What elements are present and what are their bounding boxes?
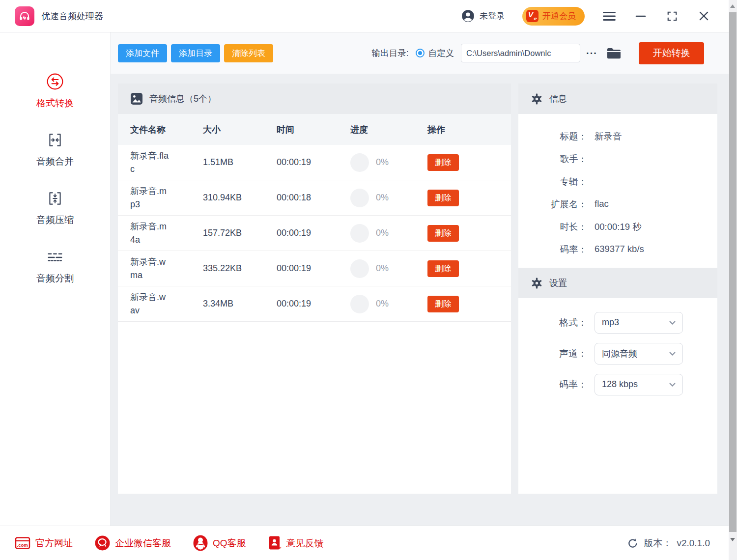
sidebar-item-audio-compress[interactable]: 音频压缩: [0, 190, 110, 226]
info-field: 码率： 639377 kb/s: [518, 238, 717, 260]
chevron-down-icon: [669, 352, 676, 356]
qq-service-link[interactable]: QQ客服: [193, 535, 246, 551]
vertical-scrollbar[interactable]: [729, 0, 737, 560]
file-name: 新录音.wav: [130, 291, 170, 316]
col-file-name: 文件名称: [118, 124, 203, 136]
maximize-icon[interactable]: [665, 9, 679, 23]
audio-split-icon: [46, 248, 64, 266]
vip-icon-v: V: [528, 11, 533, 18]
right-panel: 信息 标题： 新录音 歌手： 专辑： 扩展名： flac: [518, 84, 717, 494]
sidebar-item-label: 格式转换: [36, 97, 74, 110]
settings-field: 码率： 128 kbps: [518, 369, 717, 400]
delete-button[interactable]: 删除: [427, 225, 459, 242]
scrollbar-thumb[interactable]: [729, 12, 737, 532]
gear-icon: [531, 277, 543, 289]
field-label: 码率：: [518, 378, 587, 391]
sidebar-item-audio-merge[interactable]: 音频合并: [0, 131, 110, 168]
add-directory-button[interactable]: 添加目录: [171, 44, 220, 62]
col-progress: 进度: [350, 124, 427, 136]
delete-button[interactable]: 删除: [427, 260, 459, 277]
field-label: 标题：: [518, 130, 587, 142]
scroll-up-icon[interactable]: [730, 4, 735, 8]
file-size: 1.51MB: [203, 157, 277, 168]
chevron-down-icon: [669, 321, 676, 325]
file-size: 310.94KB: [203, 193, 277, 203]
field-label: 时长：: [518, 221, 587, 233]
wechat-icon: [95, 535, 110, 551]
start-convert-button[interactable]: 开始转换: [639, 42, 704, 64]
minimize-icon[interactable]: [634, 9, 648, 23]
file-time: 00:00:19: [277, 157, 350, 168]
select-value: 同源音频: [602, 348, 637, 360]
info-header: 信息: [518, 84, 717, 114]
svg-text:.com: .com: [17, 542, 28, 548]
file-size: 3.34MB: [203, 299, 277, 309]
add-file-button[interactable]: 添加文件: [118, 44, 167, 62]
titlebar: 优速音频处理器 未登录 V IP 开通会员: [0, 0, 737, 32]
info-field: 扩展名： flac: [518, 193, 717, 215]
clear-list-button[interactable]: 清除列表: [224, 44, 273, 62]
menu-icon[interactable]: [602, 9, 616, 23]
info-body: 标题： 新录音 歌手： 专辑： 扩展名： flac 时长： 00:00:: [518, 114, 717, 268]
footer-link-label: 企业微信客服: [115, 537, 171, 550]
vip-label: 开通会员: [542, 10, 576, 22]
version-label: 版本：: [644, 537, 672, 550]
table-row: 新录音.wav 3.34MB 00:00:19 0% 删除: [118, 286, 511, 322]
user-account[interactable]: 未登录: [461, 9, 505, 23]
refresh-icon[interactable]: [627, 537, 639, 549]
app-logo-icon: [15, 6, 34, 26]
vip-button[interactable]: V IP 开通会员: [522, 7, 585, 26]
footer-link-label: 意见反馈: [286, 537, 324, 550]
settings-title: 设置: [549, 277, 567, 289]
field-value: flac: [595, 198, 609, 209]
progress-text: 0%: [376, 193, 389, 203]
table-row: 新录音.mp3 310.94KB 00:00:18 0% 删除: [118, 180, 511, 216]
col-size: 大小: [203, 124, 277, 136]
wechat-service-link[interactable]: 企业微信客服: [95, 535, 171, 551]
footer-link-label: QQ客服: [213, 537, 246, 550]
titlebar-right: 未登录 V IP 开通会员: [461, 7, 710, 26]
table-row: 新录音.m4a 157.72KB 00:00:19 0% 删除: [118, 216, 511, 251]
select-value: mp3: [602, 317, 619, 328]
output-directory-label: 输出目录:: [372, 47, 409, 59]
progress-text: 0%: [376, 228, 389, 238]
folder-icon[interactable]: [606, 47, 622, 60]
footer-link-label: 官方网址: [35, 537, 73, 550]
channel-select[interactable]: 同源音频: [595, 343, 683, 364]
feedback-icon: [268, 535, 282, 551]
sidebar-item-format-convert[interactable]: 格式转换: [0, 73, 110, 110]
delete-button[interactable]: 删除: [427, 154, 459, 171]
sidebar: 格式转换 音频合并 音频压缩: [0, 32, 111, 526]
field-label: 扩展名：: [518, 198, 587, 210]
progress-text: 0%: [376, 263, 389, 274]
scroll-down-icon[interactable]: [730, 538, 735, 541]
output-path-input[interactable]: [461, 44, 580, 62]
custom-radio[interactable]: [416, 49, 425, 57]
progress-circle: [350, 224, 369, 243]
audio-compress-icon: [46, 190, 64, 207]
file-name: 新录音.flac: [130, 149, 170, 175]
bitrate-select[interactable]: 128 kbps: [595, 374, 683, 395]
website-icon: .com: [15, 536, 30, 550]
audio-list-panel: 音频信息（5个） 文件名称 大小 时间 进度 操作 新录音.flac 1.51M…: [118, 84, 511, 494]
close-icon[interactable]: [697, 9, 710, 23]
file-name: 新录音.m4a: [130, 220, 170, 246]
info-field: 歌手：: [518, 147, 717, 170]
progress-circle: [350, 153, 369, 172]
delete-button[interactable]: 删除: [427, 296, 459, 312]
feedback-link[interactable]: 意见反馈: [268, 535, 324, 551]
toolbar: 添加文件 添加目录 清除列表 输出目录: 自定义 ··· 开始转换: [111, 32, 729, 74]
settings-header: 设置: [518, 268, 717, 298]
col-time: 时间: [277, 124, 350, 136]
progress-circle: [350, 259, 369, 278]
progress-text: 0%: [376, 157, 389, 168]
file-size: 157.72KB: [203, 228, 277, 238]
official-site-link[interactable]: .com 官方网址: [15, 536, 73, 550]
delete-button[interactable]: 删除: [427, 190, 459, 206]
format-select[interactable]: mp3: [595, 312, 683, 334]
table-row: 新录音.wma 335.22KB 00:00:19 0% 删除: [118, 251, 511, 286]
sidebar-item-audio-split[interactable]: 音频分割: [0, 248, 110, 285]
browse-more-button[interactable]: ···: [586, 48, 597, 59]
settings-field: 声道： 同源音频: [518, 338, 717, 369]
content: 音频信息（5个） 文件名称 大小 时间 进度 操作 新录音.flac 1.51M…: [111, 74, 729, 494]
